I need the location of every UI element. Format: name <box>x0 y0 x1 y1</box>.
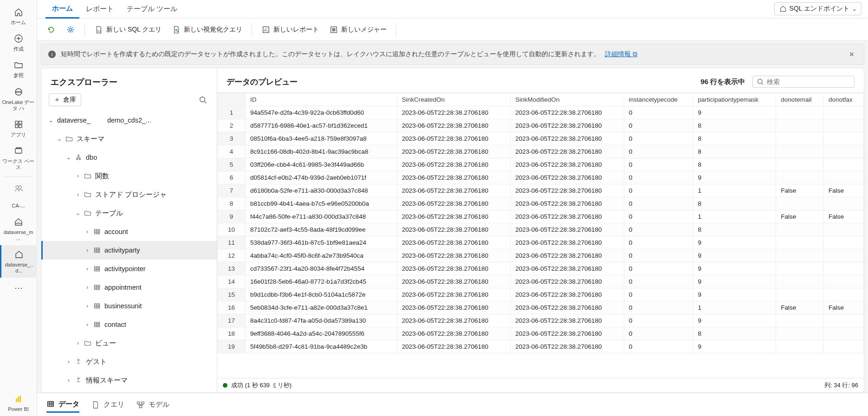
rail-workspaces[interactable]: ワークス ペース <box>2 142 35 174</box>
explorer-panel: エクスプローラー ＋倉庫 ⌄dataverse_ demo_cds2_... ⌄… <box>41 68 217 393</box>
add-warehouse-button[interactable]: ＋倉庫 <box>49 93 81 106</box>
svg-point-13 <box>69 28 71 31</box>
tree-node-dbo[interactable]: ⌄dbo <box>41 148 217 167</box>
rail-browse[interactable]: 参照 <box>2 56 35 82</box>
table-cell <box>776 158 824 171</box>
table-cell: 5 <box>218 158 246 171</box>
table-cell: 0 <box>624 314 693 327</box>
table-cell: 2023-06-05T22:28:38.2706180 <box>511 119 624 132</box>
new-sql-query-button[interactable]: SQL新しい SQL クエリ <box>91 23 164 36</box>
table-row[interactable]: 124abba74c-4cf0-45f0-8c6f-a2e73b9540ca20… <box>218 249 864 262</box>
tree-table-activityparty[interactable]: ›activityparty <box>41 241 217 260</box>
table-row[interactable]: 1087102c72-aef3-4c55-8ada-48f19cd099ee20… <box>218 223 864 236</box>
lakehouse-icon <box>13 216 24 228</box>
col-header[interactable]: instancetypecode <box>624 93 693 106</box>
svg-rect-26 <box>94 266 99 271</box>
table-row[interactable]: 2d5877716-6986-40e1-ac57-bf1d362eced1202… <box>218 119 864 132</box>
col-header[interactable]: participationtypemask <box>693 93 776 106</box>
table-row[interactable]: 8b81ccb99-4b41-4aea-b7c5-e96e05200b0a202… <box>218 197 864 210</box>
query-icon <box>91 401 100 409</box>
tree-node-functions[interactable]: ›関数 <box>41 167 217 185</box>
tree-table-activitypointer[interactable]: ›activitypointer <box>41 260 217 278</box>
info-link[interactable]: 詳細情報 ⧉ <box>605 50 637 58</box>
tree-table-appointment[interactable]: ›appointment <box>41 278 217 297</box>
table-row[interactable]: 165eb0834d-3cfe-e711-a82e-000d3a37c8e120… <box>218 301 864 314</box>
table-row[interactable]: 15b9d1cdbb-f3b6-4e1f-8cb0-5104a1c5872e20… <box>218 288 864 301</box>
tree-node-schema[interactable]: ⌄スキーマ <box>41 130 217 148</box>
table-cell: 8 <box>218 197 246 210</box>
info-close-button[interactable]: ✕ <box>846 49 857 60</box>
table-cell: 2023-06-05T22:28:38.2706180 <box>397 171 510 184</box>
table-cell: 2023-06-05T22:28:38.2706180 <box>397 301 510 314</box>
new-visual-query-button[interactable]: 新しい視覚化クエリ <box>169 23 245 36</box>
table-cell <box>776 106 824 119</box>
refresh-button[interactable] <box>44 23 58 36</box>
tab-home[interactable]: ホーム <box>45 0 79 19</box>
btab-model[interactable]: モデル <box>136 397 169 412</box>
table-row[interactable]: 195f49b5b8-d297-4c81-91ba-9ca4489c2e3b20… <box>218 340 864 353</box>
rail-more[interactable]: ⋯ <box>2 278 35 299</box>
rail-onelake[interactable]: OneLake データ ハ <box>2 83 35 115</box>
col-rownum[interactable] <box>218 93 246 106</box>
table-cell: 8 <box>693 197 776 210</box>
table-row[interactable]: 189eff3688-4046-4a2d-a54c-2047890555f620… <box>218 327 864 340</box>
tree-table-contact[interactable]: ›contact <box>41 315 217 334</box>
plus-icon: ＋ <box>54 96 60 104</box>
table-cell: 1 <box>218 106 246 119</box>
rail-ca[interactable]: CA-... <box>2 199 35 213</box>
table-row[interactable]: 503ff206e-cbb4-4c61-9985-3e3f449ad66b202… <box>218 158 864 171</box>
table-cell: 2023-06-05T22:28:38.2706180 <box>511 275 624 288</box>
tree-node-tables[interactable]: ⌄テーブル <box>41 204 217 222</box>
plus-circle-icon <box>13 33 24 44</box>
new-report-button[interactable]: 新しいレポート <box>259 23 322 36</box>
tree-node-views[interactable]: ›ビュー <box>41 334 217 352</box>
tree-node-database[interactable]: ⌄dataverse_ demo_cds2_... <box>41 111 217 130</box>
preview-search[interactable] <box>752 76 855 88</box>
rail-apps[interactable]: アプリ <box>2 115 35 142</box>
table-row[interactable]: 178a4c31c0-fd87-47fa-a05d-0da57389a13020… <box>218 314 864 327</box>
table-cell <box>776 340 824 353</box>
rail-home[interactable]: ホーム <box>2 3 35 29</box>
tree-node-guest[interactable]: ›ゲスト <box>41 352 217 371</box>
btab-query[interactable]: クエリ <box>91 397 124 412</box>
cols-rows-text: 列: 34 行: 96 <box>824 381 858 390</box>
table-cell <box>776 288 824 301</box>
endpoint-dropdown[interactable]: SQL エンドポイント ⌄ <box>774 2 862 15</box>
rail-powerbi[interactable]: Power BI <box>2 390 35 416</box>
rail-group[interactable] <box>2 179 35 199</box>
table-row[interactable]: 194a5547e-d2fa-4c39-922a-0cb63ffd0d60202… <box>218 106 864 119</box>
col-header[interactable]: ID <box>246 93 397 106</box>
rail-dv-selected[interactable]: dataverse_.. d... <box>0 245 37 278</box>
settings-button[interactable] <box>63 23 78 36</box>
rail-create[interactable]: 作成 <box>2 29 35 56</box>
tree-table-businessunit[interactable]: ›businessunit <box>41 297 217 315</box>
preview-search-input[interactable] <box>767 78 850 85</box>
data-grid[interactable]: IDSinkCreatedOnSinkModifiedOninstancetyp… <box>217 92 864 378</box>
col-header[interactable]: SinkModifiedOn <box>511 93 624 106</box>
table-row[interactable]: 48c91c166-08db-402d-8b41-9ac39ac9bca8202… <box>218 145 864 158</box>
col-header[interactable]: donotfax <box>824 93 864 106</box>
table-row[interactable]: 308510f6a-6ba3-4ee5-a218-759e8f3097a8202… <box>218 132 864 145</box>
tab-report[interactable]: レポート <box>79 0 120 19</box>
tree-node-sprocs[interactable]: ›ストアド プロシージャ <box>41 185 217 204</box>
table-row[interactable]: 11538da977-36f3-461b-87c5-1bf9e81aea2420… <box>218 236 864 249</box>
rail-dvm[interactable]: dataverse_m ... <box>2 213 35 245</box>
table-row[interactable]: 6d05814cf-e0b2-474b-939d-2aeb0eb1071f202… <box>218 171 864 184</box>
folder-icon <box>82 209 93 217</box>
tab-tabletools[interactable]: テーブル ツール <box>120 0 184 19</box>
btab-data[interactable]: データ <box>46 397 79 413</box>
status-ok-icon <box>223 383 227 388</box>
rail-separator <box>5 176 32 177</box>
col-header[interactable]: SinkCreatedOn <box>397 93 510 106</box>
table-row[interactable]: 7d6180b0a-52fe-e711-a830-000d3a37c848202… <box>218 184 864 197</box>
explorer-search-button[interactable] <box>196 93 209 106</box>
svg-rect-4 <box>15 125 18 128</box>
tree-table-account[interactable]: ›account <box>41 222 217 241</box>
new-measure-button[interactable]: 新しいメジャー <box>326 23 389 36</box>
table-row[interactable]: 9f44c7a86-50fe-e711-a830-000d3a37c848202… <box>218 210 864 223</box>
table-row[interactable]: 1416e01f28-5eb6-46a0-8772-b1a7d3f2cb4520… <box>218 275 864 288</box>
table-row[interactable]: 13cd733567-23f1-4a20-8034-8fe4f72b455420… <box>218 262 864 275</box>
col-header[interactable]: donotemail <box>776 93 824 106</box>
table-cell: 1 <box>693 301 776 314</box>
tree-node-infoschema[interactable]: ›情報スキーマ <box>41 371 217 390</box>
